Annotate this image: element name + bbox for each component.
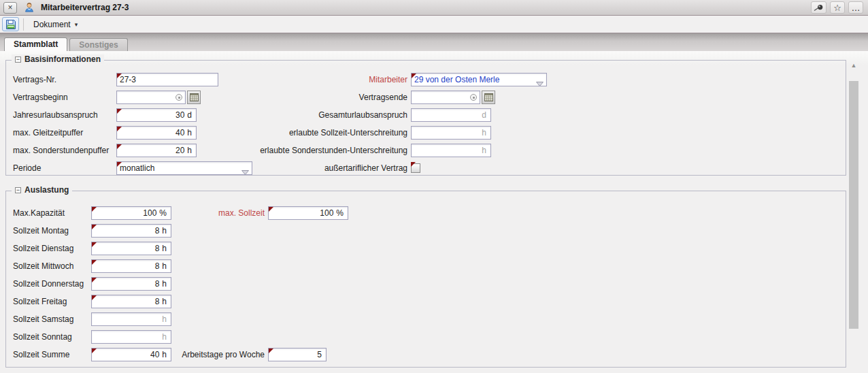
aussertariflicher-vertrag-checkbox[interactable] bbox=[411, 163, 420, 173]
label-vertrags-nr: Vertrags-Nr. bbox=[13, 73, 56, 86]
vertical-scrollbar: ▲ bbox=[849, 61, 858, 373]
tab-stammblatt[interactable]: Stammblatt bbox=[4, 37, 67, 51]
mitarbeiter-select[interactable]: 29 von der Osten Merle bbox=[411, 73, 547, 86]
collapse-icon[interactable]: − bbox=[15, 187, 21, 193]
gesamturlaubsanspruch-input[interactable]: d bbox=[411, 108, 491, 122]
row-sollzeit-montag: Sollzeit Montag 8 h bbox=[6, 224, 846, 238]
label-gesamturlaubsanspruch: Gesamturlaubsanspruch bbox=[318, 108, 407, 122]
sollzeit-summe-value: 40 bbox=[150, 350, 159, 359]
menu-dokument[interactable]: Dokument ▾ bbox=[29, 18, 82, 31]
row-vertragsbeginn-ende: Vertragsbeginn Vertragsende bbox=[6, 91, 846, 104]
pin-button[interactable] bbox=[811, 1, 827, 14]
max-sollzeit-value: 100 bbox=[320, 208, 333, 218]
label-jahresurlaubsanspruch: Jahresurlaubsanspruch bbox=[13, 108, 98, 122]
unit-label: h bbox=[162, 332, 167, 342]
person-icon bbox=[24, 2, 35, 13]
vertragsende-input[interactable] bbox=[411, 91, 480, 104]
row-sonderstundenpuffer: max. Sonderstundenpuffer 20 h erlaubte S… bbox=[6, 144, 846, 157]
label-sollzeit-sonntag: Sollzeit Sonntag bbox=[13, 330, 72, 344]
row-kapazitaet: Max.Kapazität 100 % max. Sollzeit 100 % bbox=[6, 206, 846, 220]
favorite-button[interactable]: ☆ bbox=[830, 1, 845, 14]
periode-select[interactable]: monatlich bbox=[116, 161, 252, 175]
arbeitstage-pro-woche-input[interactable]: 5 bbox=[268, 348, 327, 361]
erlaubte-sollzeit-unterschreitung-input[interactable]: h bbox=[411, 126, 491, 140]
close-button[interactable]: × bbox=[3, 2, 17, 14]
arbeitstage-pro-woche-value: 5 bbox=[317, 350, 322, 359]
more-button[interactable]: … bbox=[848, 1, 863, 14]
sollzeit-montag-value: 8 bbox=[155, 226, 160, 236]
max-gleitzeitpuffer-input[interactable]: 40 h bbox=[116, 126, 197, 140]
legend-basisinformationen-label: Basisinformationen bbox=[24, 54, 101, 64]
row-sollzeit-mittwoch: Sollzeit Mittwoch 8 h bbox=[6, 259, 846, 273]
vertrags-nr-value: 27-3 bbox=[120, 75, 136, 84]
ellipsis-icon: … bbox=[852, 3, 861, 12]
legend-auslastung: − Auslastung bbox=[12, 185, 72, 195]
unit-label: % bbox=[336, 208, 344, 218]
max-kapazitaet-input[interactable]: 100 % bbox=[91, 206, 171, 220]
sollzeit-freitag-input[interactable]: 8 h bbox=[91, 295, 171, 308]
fieldset-auslastung: − Auslastung Max.Kapazität 100 % max. So… bbox=[5, 191, 846, 368]
row-sollzeit-samstag: Sollzeit Samstag h bbox=[6, 312, 846, 326]
label-sollzeit-donnerstag: Sollzeit Donnerstag bbox=[13, 277, 84, 291]
row-urlaubsanspruch: Jahresurlaubsanspruch 30 d Gesamturlaubs… bbox=[6, 108, 846, 122]
row-periode: Periode monatlich außertariflicher Vertr… bbox=[6, 161, 846, 175]
sollzeit-summe-input[interactable]: 40 h bbox=[91, 348, 171, 361]
unit-label: d bbox=[482, 110, 486, 120]
row-sollzeit-freitag: Sollzeit Freitag 8 h bbox=[6, 295, 846, 308]
chevron-down-icon: ▾ bbox=[75, 21, 78, 28]
sollzeit-dienstag-value: 8 bbox=[155, 244, 160, 253]
star-icon: ☆ bbox=[833, 3, 841, 12]
unit-label: h bbox=[162, 244, 167, 253]
sollzeit-mittwoch-input[interactable]: 8 h bbox=[91, 259, 171, 273]
label-erlaubte-sonderstunden-unterschreitung: erlaubte Sonderstunden-Unterschreitung bbox=[260, 144, 407, 157]
floppy-disk-icon bbox=[5, 19, 16, 30]
sollzeit-donnerstag-input[interactable]: 8 h bbox=[91, 277, 171, 291]
toolbar-separator bbox=[23, 18, 24, 31]
sollzeit-mittwoch-value: 8 bbox=[155, 261, 160, 271]
toolbar: Dokument ▾ bbox=[0, 16, 868, 33]
date-now-icon[interactable] bbox=[176, 94, 182, 101]
date-now-icon[interactable] bbox=[470, 94, 477, 101]
max-sollzeit-input[interactable]: 100 % bbox=[268, 206, 348, 220]
max-sonderstundenpuffer-input[interactable]: 20 h bbox=[116, 144, 197, 157]
menu-dokument-label: Dokument bbox=[33, 20, 71, 29]
label-sollzeit-montag: Sollzeit Montag bbox=[13, 224, 69, 238]
label-periode: Periode bbox=[13, 161, 41, 175]
max-sonderstundenpuffer-value: 20 bbox=[176, 146, 184, 155]
label-max-kapazitaet: Max.Kapazität bbox=[13, 206, 65, 220]
max-kapazitaet-value: 100 bbox=[143, 208, 156, 218]
label-arbeitstage-pro-woche: Arbeitstage pro Woche bbox=[182, 348, 265, 361]
sollzeit-montag-input[interactable]: 8 h bbox=[91, 224, 171, 238]
calendar-icon bbox=[484, 93, 493, 101]
unit-label: h bbox=[482, 146, 486, 155]
unit-label: % bbox=[159, 208, 167, 218]
label-vertragsende: Vertragsende bbox=[359, 91, 407, 104]
sollzeit-sonntag-input[interactable]: h bbox=[91, 330, 171, 344]
unit-label: h bbox=[187, 128, 192, 137]
label-max-sonderstundenpuffer: max. Sonderstundenpuffer bbox=[13, 144, 109, 157]
legend-auslastung-label: Auslastung bbox=[24, 185, 69, 195]
label-max-sollzeit: max. Sollzeit bbox=[218, 206, 265, 220]
save-button[interactable] bbox=[2, 17, 19, 31]
jahresurlaubsanspruch-input[interactable]: 30 d bbox=[116, 108, 197, 122]
label-mitarbeiter: Mitarbeiter bbox=[369, 73, 407, 86]
label-sollzeit-samstag: Sollzeit Samstag bbox=[13, 312, 73, 326]
pin-icon bbox=[814, 4, 824, 12]
row-gleitzeitpuffer: max. Gleitzeitpuffer 40 h erlaubte Sollz… bbox=[6, 126, 846, 140]
label-max-gleitzeitpuffer: max. Gleitzeitpuffer bbox=[13, 126, 83, 140]
vertragsbeginn-calendar-button[interactable] bbox=[187, 91, 201, 104]
vertragsbeginn-input[interactable] bbox=[116, 91, 186, 104]
erlaubte-sonderstunden-unterschreitung-input[interactable]: h bbox=[411, 144, 491, 157]
sollzeit-dienstag-input[interactable]: 8 h bbox=[91, 242, 171, 255]
label-sollzeit-summe: Sollzeit Summe bbox=[13, 348, 69, 361]
vertragsende-calendar-button[interactable] bbox=[482, 91, 495, 104]
label-sollzeit-mittwoch: Sollzeit Mittwoch bbox=[13, 259, 73, 273]
collapse-icon[interactable]: − bbox=[15, 56, 21, 63]
scrollbar-thumb[interactable] bbox=[849, 81, 858, 329]
unit-label: h bbox=[162, 314, 167, 324]
vertrags-nr-input[interactable]: 27-3 bbox=[116, 73, 218, 86]
title-bar: × Mitarbeitervertrag 27-3 ☆ … bbox=[0, 0, 868, 16]
tab-sonstiges[interactable]: Sonstiges bbox=[69, 38, 127, 51]
scroll-up-icon[interactable]: ▲ bbox=[849, 61, 858, 69]
sollzeit-samstag-input[interactable]: h bbox=[91, 312, 171, 326]
